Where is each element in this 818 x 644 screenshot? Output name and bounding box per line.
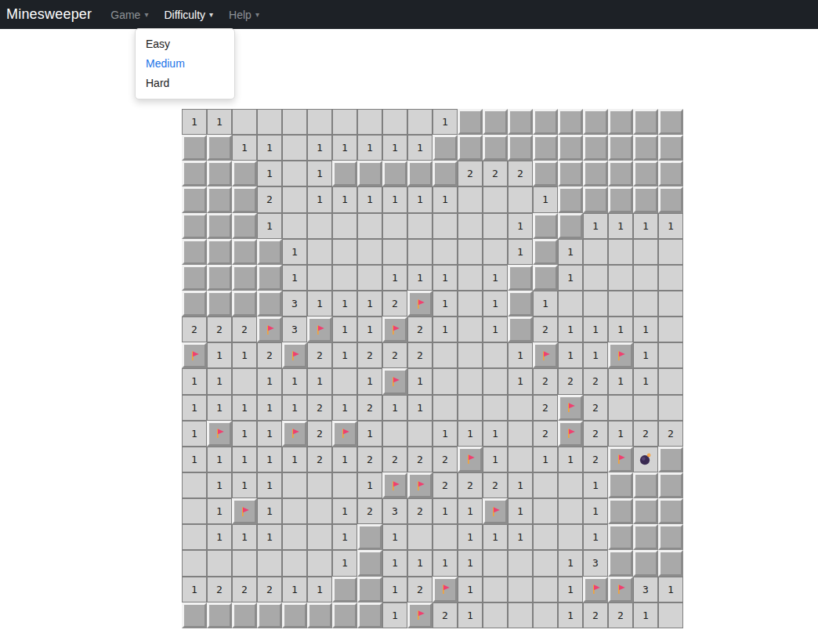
cell-r12-c3[interactable]: 1 xyxy=(257,421,282,447)
cell-r1-c13[interactable] xyxy=(508,135,533,161)
cell-r3-c3[interactable]: 2 xyxy=(257,186,282,212)
app-brand[interactable]: Minesweeper xyxy=(0,6,103,23)
cell-r4-c9[interactable] xyxy=(407,213,433,239)
cell-r12-c12[interactable]: 1 xyxy=(483,421,508,447)
cell-r13-c19[interactable] xyxy=(658,447,683,472)
cell-r19-c9-flag[interactable] xyxy=(407,602,433,628)
cell-r8-c4[interactable]: 3 xyxy=(282,317,307,342)
cell-r14-c13[interactable]: 1 xyxy=(508,472,533,498)
cell-r16-c19[interactable] xyxy=(658,524,683,550)
cell-r9-c19[interactable] xyxy=(658,342,683,368)
cell-r0-c0[interactable]: 1 xyxy=(182,109,207,135)
cell-r9-c1[interactable]: 1 xyxy=(207,342,232,368)
cell-r10-c16[interactable]: 2 xyxy=(583,368,608,394)
cell-r3-c14[interactable]: 1 xyxy=(533,186,558,212)
cell-r17-c15[interactable]: 1 xyxy=(558,550,583,576)
cell-r11-c14[interactable]: 2 xyxy=(533,395,558,421)
cell-r17-c2[interactable] xyxy=(232,550,257,576)
cell-r13-c0[interactable]: 1 xyxy=(182,447,207,472)
cell-r13-c11-flag[interactable] xyxy=(458,447,483,472)
cell-r15-c8[interactable]: 3 xyxy=(382,498,407,524)
cell-r16-c10[interactable] xyxy=(433,524,458,550)
cell-r19-c19[interactable] xyxy=(658,602,683,628)
cell-r2-c7[interactable] xyxy=(357,161,382,186)
cell-r8-c10[interactable]: 1 xyxy=(433,317,458,342)
cell-r9-c17-flag[interactable] xyxy=(608,342,633,368)
cell-r15-c0[interactable] xyxy=(182,498,207,524)
cell-r2-c11[interactable]: 2 xyxy=(458,161,483,186)
cell-r17-c1[interactable] xyxy=(207,550,232,576)
cell-r8-c16[interactable]: 1 xyxy=(583,317,608,342)
cell-r2-c10[interactable] xyxy=(433,161,458,186)
cell-r5-c2[interactable] xyxy=(232,239,257,265)
cell-r18-c0[interactable]: 1 xyxy=(182,577,207,602)
cell-r12-c0[interactable]: 1 xyxy=(182,421,207,447)
cell-r11-c10[interactable] xyxy=(433,395,458,421)
cell-r11-c12[interactable] xyxy=(483,395,508,421)
cell-r8-c3-flag[interactable] xyxy=(257,317,282,342)
cell-r1-c16[interactable] xyxy=(583,135,608,161)
cell-r10-c8-flag[interactable] xyxy=(382,368,407,394)
cell-r19-c7[interactable] xyxy=(357,602,382,628)
cell-r10-c2[interactable] xyxy=(232,368,257,394)
cell-r14-c4[interactable] xyxy=(282,472,307,498)
cell-r0-c14[interactable] xyxy=(533,109,558,135)
cell-r0-c17[interactable] xyxy=(608,109,633,135)
cell-r0-c7[interactable] xyxy=(357,109,382,135)
cell-r2-c9[interactable] xyxy=(407,161,433,186)
cell-r7-c1[interactable] xyxy=(207,291,232,317)
cell-r4-c15[interactable] xyxy=(558,213,583,239)
cell-r1-c11[interactable] xyxy=(458,135,483,161)
cell-r7-c11[interactable] xyxy=(458,291,483,317)
cell-r0-c10[interactable]: 1 xyxy=(433,109,458,135)
cell-r12-c10[interactable]: 1 xyxy=(433,421,458,447)
cell-r18-c18[interactable]: 3 xyxy=(633,577,658,602)
cell-r17-c17[interactable] xyxy=(608,550,633,576)
cell-r6-c18[interactable] xyxy=(633,265,658,291)
cell-r19-c6[interactable] xyxy=(332,602,357,628)
cell-r6-c6[interactable] xyxy=(332,265,357,291)
cell-r1-c12[interactable] xyxy=(483,135,508,161)
cell-r5-c0[interactable] xyxy=(182,239,207,265)
cell-r17-c3[interactable] xyxy=(257,550,282,576)
cell-r18-c11[interactable]: 1 xyxy=(458,577,483,602)
cell-r17-c19[interactable] xyxy=(658,550,683,576)
cell-r7-c17[interactable] xyxy=(608,291,633,317)
cell-r11-c4[interactable]: 1 xyxy=(282,395,307,421)
cell-r3-c15[interactable] xyxy=(558,186,583,212)
cell-r8-c12[interactable]: 1 xyxy=(483,317,508,342)
cell-r3-c7[interactable]: 1 xyxy=(357,186,382,212)
cell-r2-c0[interactable] xyxy=(182,161,207,186)
cell-r18-c7[interactable] xyxy=(357,577,382,602)
cell-r16-c18[interactable] xyxy=(633,524,658,550)
cell-r9-c11[interactable] xyxy=(458,342,483,368)
cell-r16-c14[interactable] xyxy=(533,524,558,550)
cell-r7-c5[interactable]: 1 xyxy=(307,291,332,317)
cell-r8-c5-flag[interactable] xyxy=(307,317,332,342)
cell-r14-c19[interactable] xyxy=(658,472,683,498)
cell-r10-c7[interactable]: 1 xyxy=(357,368,382,394)
cell-r16-c11[interactable]: 1 xyxy=(458,524,483,550)
cell-r2-c8[interactable] xyxy=(382,161,407,186)
cell-r11-c9[interactable]: 1 xyxy=(407,395,433,421)
cell-r6-c5[interactable] xyxy=(307,265,332,291)
cell-r18-c3[interactable]: 2 xyxy=(257,577,282,602)
cell-r0-c8[interactable] xyxy=(382,109,407,135)
cell-r7-c14[interactable]: 1 xyxy=(533,291,558,317)
cell-r15-c16[interactable]: 1 xyxy=(583,498,608,524)
dropdown-item-hard[interactable]: Hard xyxy=(136,74,234,93)
cell-r17-c6[interactable]: 1 xyxy=(332,550,357,576)
cell-r4-c5[interactable] xyxy=(307,213,332,239)
cell-r14-c8-flag[interactable] xyxy=(382,472,407,498)
cell-r12-c15-flag[interactable] xyxy=(558,421,583,447)
cell-r18-c10-flag[interactable] xyxy=(433,577,458,602)
cell-r0-c11[interactable] xyxy=(458,109,483,135)
cell-r3-c4[interactable] xyxy=(282,186,307,212)
cell-r2-c3[interactable]: 1 xyxy=(257,161,282,186)
cell-r19-c5[interactable] xyxy=(307,602,332,628)
cell-r10-c4[interactable]: 1 xyxy=(282,368,307,394)
cell-r6-c3[interactable] xyxy=(257,265,282,291)
cell-r14-c5[interactable] xyxy=(307,472,332,498)
cell-r18-c4[interactable]: 1 xyxy=(282,577,307,602)
cell-r10-c12[interactable] xyxy=(483,368,508,394)
